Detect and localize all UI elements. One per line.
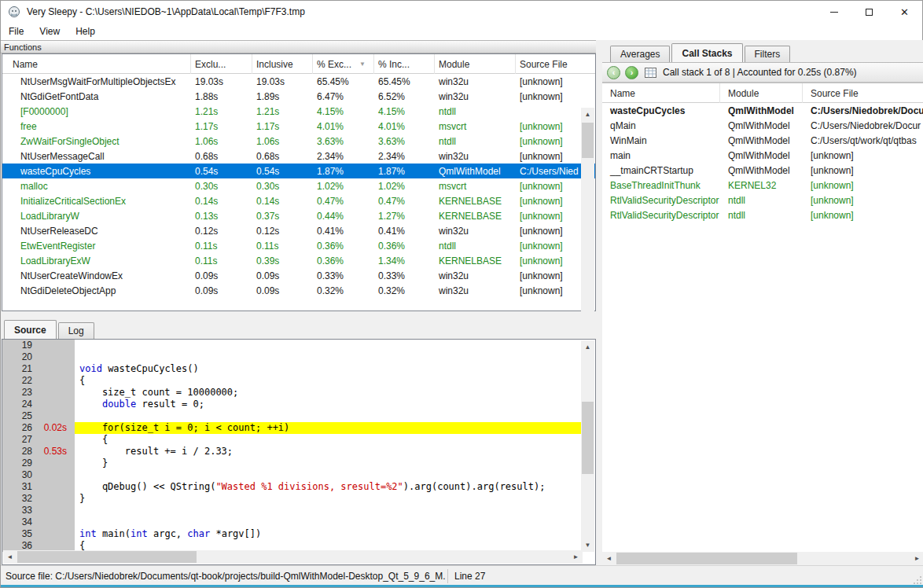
scroll-left-icon[interactable]: ◄ xyxy=(3,550,17,564)
function-cell-pexcl: 0.36% xyxy=(313,241,374,252)
function-cell-module: win32u xyxy=(435,151,516,162)
function-row[interactable]: ZwWaitForSingleObject1.06s1.06s3.63%3.63… xyxy=(2,134,595,149)
title-bar[interactable]: Very Sleepy - C:\Users\NIEDOB~1\AppData\… xyxy=(1,1,922,23)
callstack-row[interactable]: BaseThreadInitThunkKERNEL32[unknown] xyxy=(602,178,923,193)
function-cell-pexcl: 0.32% xyxy=(313,285,374,296)
column-header-name[interactable]: Name xyxy=(602,83,720,103)
scroll-left-icon[interactable]: ◄ xyxy=(602,552,616,565)
function-row[interactable]: NtGdiDeleteObjectApp0.09s0.09s0.32%0.32%… xyxy=(2,283,595,298)
function-row[interactable]: free1.17s1.17s4.01%4.01%msvcrt[unknown] xyxy=(2,119,595,134)
column-header-source-file[interactable]: Source File xyxy=(516,54,595,74)
line-time-cost xyxy=(35,351,72,363)
function-row[interactable]: LoadLibraryW0.13s0.37s0.44%1.27%KERNELBA… xyxy=(2,208,595,223)
menu-bar: File View Help xyxy=(1,23,922,40)
function-row[interactable]: wasteCpuCycles0.54s0.54s1.87%1.87%QmlWit… xyxy=(2,164,595,178)
function-row[interactable]: EtwEventRegister0.11s0.11s0.36%0.36%ntdl… xyxy=(2,238,595,253)
function-cell-name: EtwEventRegister xyxy=(2,241,191,252)
scroll-right-icon[interactable]: ► xyxy=(569,550,583,564)
function-cell-incl: 0.54s xyxy=(252,166,313,177)
function-cell-module: msvcrt xyxy=(435,121,516,132)
minimize-button[interactable] xyxy=(816,1,851,23)
column-header-pct-inclusive[interactable]: % Inc... xyxy=(374,54,435,74)
maximize-button[interactable] xyxy=(851,1,887,23)
callstack-cell-source: C:/Users/Niedobrek/Docur xyxy=(803,120,923,131)
callstack-row[interactable]: wasteCpuCyclesQmlWithModelC:/Users/Niedo… xyxy=(602,103,923,118)
column-header-name[interactable]: Name xyxy=(2,54,191,74)
close-icon: ✕ xyxy=(900,7,909,17)
tab-averages[interactable]: Averages xyxy=(610,46,670,63)
scrollbar-thumb[interactable] xyxy=(616,553,797,564)
function-row[interactable]: NtUserMsgWaitForMultipleObjectsEx19.03s1… xyxy=(2,74,595,89)
function-cell-module: ntdll xyxy=(435,106,516,117)
code-text: { xyxy=(75,434,582,446)
column-header-source-file[interactable]: Source File xyxy=(803,83,923,103)
function-cell-excl: 1.21s xyxy=(191,106,252,117)
function-row[interactable]: InitializeCriticalSectionEx0.14s0.14s0.4… xyxy=(2,193,595,208)
callstack-row[interactable]: RtlValidSecurityDescriptorntdll[unknown] xyxy=(602,208,923,222)
function-cell-excl: 0.30s xyxy=(191,181,252,192)
panel-splitter[interactable] xyxy=(596,40,602,565)
callstack-horizontal-scrollbar[interactable]: ◄ ► xyxy=(602,552,923,565)
tab-source[interactable]: Source xyxy=(4,320,57,340)
source-line: 34 xyxy=(2,516,582,528)
line-time-cost xyxy=(35,340,72,351)
functions-vertical-scrollbar[interactable]: ▲ ▼ xyxy=(581,108,594,351)
code-text xyxy=(75,340,582,351)
close-button[interactable]: ✕ xyxy=(887,1,922,23)
column-header-module[interactable]: Module xyxy=(435,54,516,74)
minimize-icon xyxy=(830,12,838,13)
menu-file[interactable]: File xyxy=(1,24,31,39)
function-row[interactable]: NtUserCreateWindowEx0.09s0.09s0.33%0.33%… xyxy=(2,268,595,283)
tab-filters[interactable]: Filters xyxy=(745,46,791,63)
callstack-cell-module: KERNEL32 xyxy=(720,180,803,191)
callstack-row[interactable]: mainQmlWithModel[unknown] xyxy=(602,148,923,163)
callstack-row[interactable]: __tmainCRTStartupQmlWithModel[unknown] xyxy=(602,163,923,178)
callstack-cell-name: wasteCpuCycles xyxy=(602,105,720,116)
function-row[interactable]: NtGdiGetFontData1.88s1.89s6.47%6.52%win3… xyxy=(2,89,595,104)
callstack-row[interactable]: WinMainQmlWithModelC:/Users/qt/work/qt/q… xyxy=(602,133,923,148)
scroll-up-icon[interactable]: ▲ xyxy=(581,108,594,121)
code-text: void wasteCpuCycles() xyxy=(75,363,582,375)
source-line: 31 qDebug() << QString("Wasted %1 divisi… xyxy=(2,481,582,493)
menu-help[interactable]: Help xyxy=(68,24,103,39)
line-gutter: 280.53s xyxy=(2,446,75,458)
function-cell-incl: 1.17s xyxy=(252,121,313,132)
function-cell-pexcl: 4.01% xyxy=(313,121,374,132)
source-horizontal-scrollbar[interactable]: ◄ ► xyxy=(3,550,583,564)
function-row[interactable]: LoadLibraryExW0.11s0.39s0.36%1.34%KERNEL… xyxy=(2,253,595,268)
scrollbar-thumb[interactable] xyxy=(17,551,197,563)
column-header-inclusive[interactable]: Inclusive xyxy=(252,54,313,74)
column-header-pct-exclusive[interactable]: % Exc... ▼ xyxy=(313,54,374,74)
column-header-exclusive[interactable]: Exclu... xyxy=(191,54,252,74)
source-code-area: 192021void wasteCpuCycles()22{23 size_t … xyxy=(2,340,582,553)
scroll-up-icon[interactable]: ▲ xyxy=(581,340,594,354)
function-cell-excl: 0.12s xyxy=(191,226,252,237)
line-number: 24 xyxy=(2,399,35,410)
status-separator xyxy=(447,569,448,583)
callstack-row[interactable]: RtlValidSecurityDescriptorntdll[unknown] xyxy=(602,193,923,208)
source-line: 23 size_t count = 10000000; xyxy=(2,387,582,399)
code-text: int main(int argc, char *argv[]) xyxy=(75,528,582,540)
tab-log[interactable]: Log xyxy=(58,322,94,340)
function-row[interactable]: NtUserReleaseDC0.12s0.12s0.41%0.41%win32… xyxy=(2,223,595,238)
line-number: 34 xyxy=(2,516,35,528)
menu-view[interactable]: View xyxy=(31,24,68,39)
tab-call-stacks[interactable]: Call Stacks xyxy=(671,43,742,63)
resize-grip[interactable] xyxy=(914,576,921,584)
line-number: 31 xyxy=(2,481,35,493)
function-row[interactable]: malloc0.30s0.30s1.02%1.02%msvcrt[unknown… xyxy=(2,178,595,193)
source-vertical-scrollbar[interactable]: ▲ ▼ xyxy=(581,340,594,552)
code-text xyxy=(75,469,582,481)
previous-callstack-button[interactable]: ‹ xyxy=(607,66,620,79)
scrollbar-thumb[interactable] xyxy=(582,123,594,158)
callstack-row[interactable]: qMainQmlWithModelC:/Users/Niedobrek/Docu… xyxy=(602,118,923,133)
column-header-module[interactable]: Module xyxy=(720,83,803,103)
table-view-icon[interactable] xyxy=(645,68,656,78)
next-callstack-button[interactable]: › xyxy=(625,66,638,79)
scroll-down-icon[interactable]: ▼ xyxy=(581,538,594,552)
function-row[interactable]: [F0000000]1.21s1.21s4.15%4.15%ntdll xyxy=(2,104,595,119)
function-row[interactable]: NtUserMessageCall0.68s0.68s2.34%2.34%win… xyxy=(2,149,595,164)
scrollbar-thumb[interactable] xyxy=(582,402,594,474)
scroll-right-icon[interactable]: ► xyxy=(910,552,923,565)
function-cell-module: QmlWithModel xyxy=(435,166,516,177)
